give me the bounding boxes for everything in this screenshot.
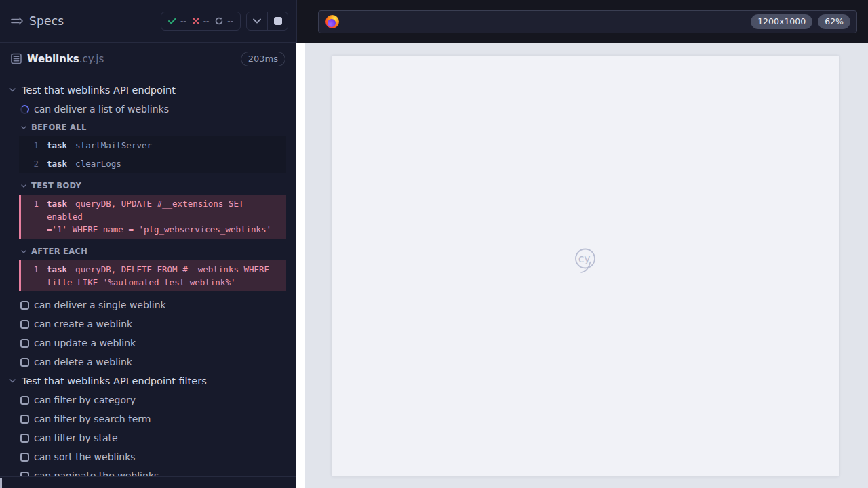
test-stats: -- -- -- bbox=[161, 12, 241, 30]
viewport-scale-badge[interactable]: 62% bbox=[818, 14, 850, 29]
spec-file-name: Weblinks.cy.js bbox=[27, 53, 104, 65]
stage-body: cy bbox=[296, 43, 868, 488]
pending-test-row[interactable]: can filter by search term bbox=[0, 409, 296, 428]
run-controls bbox=[246, 12, 288, 30]
chevron-down-icon bbox=[21, 184, 26, 188]
command-row[interactable]: 1taskstartMailServer bbox=[21, 136, 286, 155]
pending-test-row[interactable]: can update a weblink bbox=[0, 333, 296, 352]
url-bar[interactable]: 1200x1000 62% bbox=[318, 10, 857, 33]
svg-text:cy: cy bbox=[578, 253, 591, 265]
chevron-down-icon bbox=[253, 18, 261, 24]
pending-test-row[interactable]: can create a weblink bbox=[0, 314, 296, 333]
firefox-icon bbox=[326, 15, 339, 28]
chevron-down-icon bbox=[21, 250, 26, 253]
pending-box-icon bbox=[20, 396, 29, 405]
stat-running: -- bbox=[215, 16, 233, 26]
command-row[interactable]: 1taskqueryDB, DELETE FROM #__weblinks WH… bbox=[21, 260, 286, 291]
suite-title: Test that weblinks API endpoint filters bbox=[22, 375, 207, 386]
test-tree: Test that weblinks API endpoint can deli… bbox=[0, 75, 296, 476]
command-block-test-body: 1taskqueryDB, UPDATE #__extensions SET e… bbox=[19, 195, 286, 239]
pending-box-icon bbox=[20, 415, 29, 424]
command-block-after-each: 1taskqueryDB, DELETE FROM #__weblinks WH… bbox=[19, 260, 286, 291]
command-row[interactable]: 1taskqueryDB, UPDATE #__extensions SET e… bbox=[21, 195, 286, 239]
command-number: 2 bbox=[21, 157, 39, 170]
running-test-row[interactable]: can deliver a list of weblinks bbox=[0, 100, 296, 119]
command-message: startMailServer bbox=[75, 140, 152, 150]
pending-test-row[interactable]: can filter by category bbox=[0, 390, 296, 409]
stat-failed: -- bbox=[193, 16, 210, 26]
collapse-tests-button[interactable] bbox=[247, 12, 267, 30]
reporter-resize-handle[interactable] bbox=[296, 43, 305, 488]
pending-box-icon bbox=[20, 339, 29, 348]
test-title: can filter by state bbox=[34, 432, 118, 443]
cypress-watermark-icon: cy bbox=[571, 245, 599, 281]
aut-viewport[interactable]: cy bbox=[332, 56, 839, 476]
hook-after-each[interactable]: AFTER EACH bbox=[0, 243, 296, 260]
test-title: can filter by search term bbox=[34, 413, 151, 424]
test-title: can filter by category bbox=[34, 394, 136, 405]
failed-count: -- bbox=[203, 16, 210, 26]
reporter-footer bbox=[0, 476, 296, 488]
test-title: can update a weblink bbox=[34, 338, 136, 348]
spec-file-row[interactable]: Weblinks.cy.js 203ms bbox=[0, 43, 296, 75]
reporter-sidebar: Specs -- -- -- bbox=[0, 0, 296, 488]
test-title: can paginate the weblinks bbox=[34, 470, 159, 476]
command-method: task bbox=[47, 159, 67, 169]
chevron-down-icon bbox=[9, 379, 16, 383]
spec-file-icon bbox=[11, 53, 22, 64]
stop-icon bbox=[274, 17, 282, 25]
test-title: can deliver a single weblink bbox=[34, 300, 166, 310]
pending-box-icon bbox=[20, 301, 29, 310]
command-block-before-all: 1taskstartMailServer 2taskclearLogs bbox=[19, 136, 286, 173]
scrollbar-thumb[interactable] bbox=[0, 478, 2, 488]
specs-title: Specs bbox=[29, 14, 64, 28]
command-message: queryDB, DELETE FROM #__weblinks WHERE t… bbox=[47, 264, 269, 287]
pending-test-row[interactable]: can paginate the weblinks bbox=[0, 466, 296, 476]
hook-test-body[interactable]: TEST BODY bbox=[0, 177, 296, 195]
command-method: task bbox=[47, 199, 67, 209]
stat-passed: -- bbox=[168, 16, 186, 26]
test-title: can sort the weblinks bbox=[34, 451, 136, 462]
stop-run-button[interactable] bbox=[267, 12, 288, 30]
command-row[interactable]: 2taskclearLogs bbox=[21, 155, 286, 173]
suite-title: Test that weblinks API endpoint bbox=[22, 85, 176, 96]
suite-row[interactable]: Test that weblinks API endpoint bbox=[0, 81, 296, 100]
pending-box-icon bbox=[20, 472, 29, 477]
command-message: queryDB, UPDATE #__extensions SET enable… bbox=[47, 199, 271, 235]
specs-menu-icon[interactable] bbox=[11, 16, 23, 26]
test-title: can deliver a list of weblinks bbox=[34, 104, 169, 115]
hook-title: TEST BODY bbox=[31, 181, 81, 190]
pending-box-icon bbox=[20, 320, 29, 329]
running-count: -- bbox=[227, 16, 233, 26]
command-number: 1 bbox=[21, 263, 39, 276]
hook-title: AFTER EACH bbox=[31, 247, 87, 256]
pending-test-row[interactable]: can filter by state bbox=[0, 428, 296, 447]
hook-title: BEFORE ALL bbox=[31, 123, 87, 132]
reporter-header: Specs -- -- -- bbox=[0, 0, 296, 43]
pending-test-row[interactable]: can delete a weblink bbox=[0, 352, 296, 371]
passed-count: -- bbox=[180, 16, 186, 26]
running-spinner-icon bbox=[20, 105, 29, 114]
command-number: 1 bbox=[21, 139, 39, 152]
pending-box-icon bbox=[20, 434, 29, 443]
pending-box-icon bbox=[20, 453, 29, 462]
test-title: can delete a weblink bbox=[34, 357, 132, 367]
viewport-size-badge[interactable]: 1200x1000 bbox=[751, 14, 812, 29]
hook-before-all[interactable]: BEFORE ALL bbox=[0, 119, 296, 136]
chevron-down-icon bbox=[21, 126, 26, 129]
command-method: task bbox=[47, 264, 67, 274]
pending-test-row[interactable]: can sort the weblinks bbox=[0, 447, 296, 466]
refresh-icon bbox=[215, 17, 223, 25]
failed-x-icon bbox=[193, 18, 199, 24]
spec-duration-badge: 203ms bbox=[241, 52, 285, 66]
command-number: 1 bbox=[21, 197, 39, 210]
pending-test-row[interactable]: can deliver a single weblink bbox=[0, 296, 296, 314]
viewport-surround: cy bbox=[305, 43, 868, 488]
passed-check-icon bbox=[168, 18, 176, 24]
test-title: can create a weblink bbox=[34, 319, 132, 329]
stage-header: 1200x1000 62% bbox=[296, 0, 868, 43]
chevron-down-icon bbox=[9, 88, 16, 92]
suite-row[interactable]: Test that weblinks API endpoint filters bbox=[0, 371, 296, 390]
command-message: clearLogs bbox=[75, 159, 121, 169]
command-method: task bbox=[47, 140, 67, 150]
